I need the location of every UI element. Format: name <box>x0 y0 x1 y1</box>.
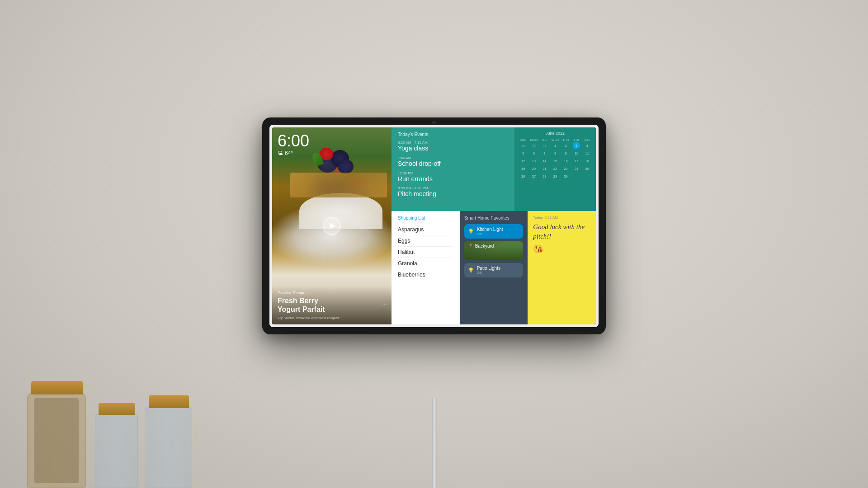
cal-day[interactable]: 9 <box>562 150 570 157</box>
event-item[interactable]: 6:30 AM - 7:15 AM Yoga class <box>398 141 508 152</box>
light-icon: 💡 <box>468 229 474 235</box>
cal-day-today[interactable]: 3 <box>573 142 580 149</box>
recipe-info: Popular Recipes Fresh BerryYogurt Parfai… <box>272 286 392 324</box>
kitchen-light-status: On <box>477 232 520 236</box>
backyard-button[interactable]: 📍 Backyard <box>464 241 524 260</box>
smarthome-title: Smart Home Favorites <box>464 216 524 221</box>
cal-day[interactable]: 26 <box>519 173 527 180</box>
cal-header-sat: SAT <box>582 138 592 141</box>
note-text: Good luck with the pitch!! <box>533 222 590 241</box>
cal-day[interactable]: 28 <box>541 173 548 180</box>
cal-day[interactable]: 12 <box>519 157 527 164</box>
cal-header-mon: MON <box>529 138 539 141</box>
cal-day[interactable]: 13 <box>530 157 538 164</box>
cal-day[interactable]: 8 <box>552 150 559 157</box>
event-time: 7:45 AM <box>398 156 508 160</box>
event-name: Yoga class <box>398 145 508 152</box>
cal-day <box>573 173 580 180</box>
patio-lights-info: Patio Lights Off <box>477 266 520 275</box>
cal-header-thu: THU <box>561 138 571 141</box>
location-icon: 📍 <box>468 244 473 249</box>
event-time: 3:30 PM - 4:30 PM <box>398 186 508 190</box>
cal-day[interactable]: 21 <box>541 165 548 172</box>
shopping-item[interactable]: Blueberries <box>398 269 453 280</box>
cal-day[interactable]: 27 <box>530 173 538 180</box>
cal-day[interactable]: 23 <box>562 165 570 172</box>
event-name: Pitch meeting <box>398 190 508 198</box>
shopping-item[interactable]: Eggs <box>398 235 453 247</box>
cal-header-tue: TUE <box>539 138 550 141</box>
shopping-item[interactable]: Granola <box>398 258 453 269</box>
cal-day <box>584 173 591 180</box>
top-section: Today's Events 6:30 AM - 7:15 AM Yoga cl… <box>392 127 596 211</box>
patio-lights-status: Off <box>477 271 520 275</box>
note-emoji: 😘 <box>533 244 590 254</box>
cal-day[interactable]: 16 <box>562 157 570 164</box>
shopping-list-title: Shopping List <box>398 216 453 221</box>
event-time: 12:30 PM <box>398 171 508 175</box>
shopping-item[interactable]: Asparagus <box>398 224 453 235</box>
event-time: 6:30 AM - 7:15 AM <box>398 141 508 145</box>
calendar-panel: June 2022 SUN MON TUE WED THU FRI SAT 29 <box>514 127 596 211</box>
events-panel: Today's Events 6:30 AM - 7:15 AM Yoga cl… <box>392 127 514 211</box>
cal-day[interactable]: 7 <box>541 150 548 157</box>
cal-day[interactable]: 31 <box>541 142 548 149</box>
weather-display: 🌤 64° <box>278 150 309 156</box>
cal-day[interactable]: 22 <box>552 165 559 172</box>
backyard-name: Backyard <box>475 244 494 249</box>
patio-lights-button[interactable]: 💡 Patio Lights Off <box>464 263 524 277</box>
note-panel: Today, 5:51 AM Good luck with the pitch!… <box>528 211 596 324</box>
event-name: School drop-off <box>398 160 508 168</box>
temperature: 64° <box>285 150 293 156</box>
cal-day[interactable]: 15 <box>552 157 559 164</box>
patio-lights-name: Patio Lights <box>477 266 520 271</box>
kitchen-light-info: Kitchen Light On <box>477 227 520 236</box>
event-item[interactable]: 12:30 PM Run errands <box>398 171 508 183</box>
cal-day[interactable]: 17 <box>573 157 580 164</box>
right-panel: Today's Events 6:30 AM - 7:15 AM Yoga cl… <box>392 127 596 324</box>
cal-day[interactable]: 11 <box>584 150 591 157</box>
note-time: Today, 5:51 AM <box>533 216 590 220</box>
patio-light-icon: 💡 <box>468 267 474 273</box>
dots-menu[interactable]: ⋮ <box>381 301 388 308</box>
device-frame: 6:00 🌤 64° Popular Recipes Fresh BerryYo… <box>262 117 606 334</box>
shopping-item[interactable]: Halibut <box>398 247 453 258</box>
time-weather: 6:00 🌤 64° <box>278 133 309 156</box>
cal-day[interactable]: 24 <box>573 165 580 172</box>
cal-day[interactable]: 29 <box>552 173 559 180</box>
cal-day[interactable]: 19 <box>519 165 527 172</box>
time-display: 6:00 <box>278 133 309 149</box>
cal-day[interactable]: 1 <box>552 142 559 149</box>
cal-day[interactable]: 18 <box>584 157 591 164</box>
event-item[interactable]: 7:45 AM School drop-off <box>398 156 508 168</box>
cal-day[interactable]: 25 <box>584 165 591 172</box>
weather-icon: 🌤 <box>278 150 283 156</box>
play-button[interactable] <box>323 217 341 235</box>
recipe-hint: Try "Alexa, show me breakfast recipes" <box>278 316 386 320</box>
recipe-tag: Popular Recipes <box>278 291 386 295</box>
event-item[interactable]: 3:30 PM - 4:30 PM Pitch meeting <box>398 186 508 198</box>
recipe-panel: 6:00 🌤 64° Popular Recipes Fresh BerryYo… <box>272 127 392 324</box>
cal-day[interactable]: 10 <box>573 150 580 157</box>
cal-header-fri: FRI <box>571 138 582 141</box>
cal-day[interactable]: 2 <box>562 142 570 149</box>
screen: 6:00 🌤 64° Popular Recipes Fresh BerryYo… <box>272 127 596 324</box>
cal-header-sun: SUN <box>518 138 528 141</box>
cal-day[interactable]: 30 <box>562 173 570 180</box>
play-icon <box>330 223 336 229</box>
cal-day[interactable]: 4 <box>584 142 591 149</box>
smarthome-panel: Smart Home Favorites 💡 Kitchen Light On <box>460 211 528 324</box>
cal-day[interactable]: 6 <box>530 150 538 157</box>
cal-header-wed: WED <box>550 138 561 141</box>
bottom-section: Shopping List Asparagus Eggs Halibut Gra… <box>392 211 596 324</box>
cal-day[interactable]: 14 <box>541 157 548 164</box>
cal-day[interactable]: 30 <box>530 142 538 149</box>
camera-dot <box>432 121 436 124</box>
recipe-title: Fresh BerryYogurt Parfait <box>278 296 386 314</box>
cal-day[interactable]: 29 <box>519 142 527 149</box>
cal-day[interactable]: 20 <box>530 165 538 172</box>
kitchen-light-button[interactable]: 💡 Kitchen Light On <box>464 224 524 239</box>
events-title: Today's Events <box>398 132 508 137</box>
cal-day[interactable]: 5 <box>519 150 527 157</box>
device-bezel: 6:00 🌤 64° Popular Recipes Fresh BerryYo… <box>269 125 599 327</box>
